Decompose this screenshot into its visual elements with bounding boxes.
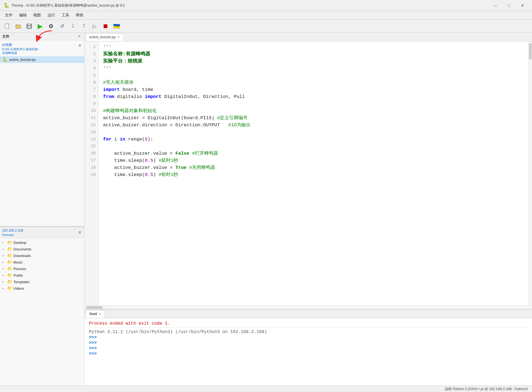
computer-path: 此电脑 D:\02-示例程序\1.基础实验\有源蜂鸣器 <box>2 43 38 55</box>
menu-tools[interactable]: 工具 <box>59 12 72 19</box>
expand-icon-downloads: + <box>2 254 6 257</box>
folder-name-desktop: Desktop <box>13 241 26 245</box>
editor-horizontal-scrollbar[interactable] <box>85 305 532 309</box>
line-numbers: 1 2 3 4 5 6 7 8 9 10 11 12 13 14 15 16 1 <box>85 41 99 305</box>
folder-item-videos[interactable]: + 📁 Videos <box>0 285 84 292</box>
expand-icon-documents: + <box>2 247 6 251</box>
remote-panel-header: 192.168.2.108 /home/pi ≡ <box>0 227 84 238</box>
folder-item-music[interactable]: + 📁 Music <box>0 259 84 265</box>
shell-prompt-2: >>> <box>89 340 528 345</box>
expand-icon-pictures: + <box>2 267 6 270</box>
flag-button[interactable]: 🇺🇦 <box>111 21 122 31</box>
folder-name-public: Public <box>13 273 23 277</box>
folder-icon-public: 📁 <box>7 273 12 278</box>
file-panel-content: 此电脑 D:\02-示例程序\1.基础实验\有源蜂鸣器 ≡ 🐍 active_b… <box>0 40 84 226</box>
file-panel-more[interactable]: ≡ <box>77 43 82 49</box>
shell-tab-bar: Shell ✕ <box>85 310 532 318</box>
editor-hscrollbar-thumb[interactable] <box>86 306 103 309</box>
file-item-active-buzzer[interactable]: 🐍 active_buzzer.py <box>0 56 84 63</box>
run-button[interactable]: ▶ <box>35 21 45 31</box>
step-over-button[interactable]: ↺ <box>57 21 67 31</box>
folder-item-public[interactable]: + 📁 Public <box>0 272 84 279</box>
code-line-8: from digitalio import DigitalInOut, Dire… <box>103 93 528 100</box>
maximize-button[interactable]: □ <box>503 1 515 10</box>
step-into-button[interactable]: ⤵ <box>68 21 78 31</box>
tab-label: active_buzzer.py <box>89 35 116 39</box>
menu-file[interactable]: 文件 <box>2 12 15 19</box>
folder-name-downloads: Downloads <box>13 254 31 258</box>
file-panel-header: 文件 ✕ <box>0 33 84 40</box>
folder-name-templates: Templates <box>13 280 29 284</box>
expand-icon-templates: + <box>2 280 6 283</box>
code-line-7: import board, time <box>103 86 528 93</box>
menu-view[interactable]: 视图 <box>31 12 44 19</box>
title-bar-left: 🐍 Thonny - D:\02-示例程序\1.基础实验\有源蜂鸣器\activ… <box>3 2 125 8</box>
file-panel-close[interactable]: ✕ <box>76 34 82 39</box>
remote-path: /home/pi <box>2 233 14 237</box>
expand-icon-public: + <box>2 274 6 277</box>
editor-vertical-scrollbar[interactable] <box>528 41 532 305</box>
code-line-10: #构建蜂鸣器对象和初始化 <box>103 107 528 115</box>
folder-item-desktop[interactable]: + 📁 Desktop <box>0 239 84 246</box>
save-button[interactable] <box>24 21 34 31</box>
folder-icon-pictures: 📁 <box>7 266 12 271</box>
resume-button[interactable]: ▷ <box>89 21 100 31</box>
title-bar-text: Thonny - D:\02-示例程序\1.基础实验\有源蜂鸣器\active_… <box>11 3 125 8</box>
toolbar: ▶ ⚙ ↺ ⤵ ⤴ ▷ ⏹ 🇺🇦 <box>0 20 532 33</box>
remote-panel-content: + 📁 Desktop + 📁 Documents + 📁 Downloads … <box>0 238 84 385</box>
shell-content[interactable]: Process ended with exit code 1. Python 3… <box>85 318 532 385</box>
code-editor[interactable]: 1 2 3 4 5 6 7 8 9 10 11 12 13 14 15 16 1 <box>85 41 532 309</box>
shell-prompt-4: >>> <box>89 351 528 356</box>
shell-separator <box>89 328 528 328</box>
code-line-13 <box>103 129 528 136</box>
app-logo: 🐍 <box>3 2 9 8</box>
code-line-17: time.sleep(0.5) #延时1秒 <box>103 157 528 164</box>
code-line-4: ''' <box>103 65 528 72</box>
folder-name-music: Music <box>13 260 23 264</box>
shell-tab-close[interactable]: ✕ <box>99 312 101 316</box>
code-line-6: #导入相关模块 <box>103 79 528 86</box>
code-line-16: active_buzzer.value = False #打开蜂鸣器 <box>103 150 528 157</box>
minimize-button[interactable]: — <box>489 1 501 10</box>
menu-edit[interactable]: 编辑 <box>16 12 29 19</box>
file-path: D:\02-示例程序\1.基础实验\有源蜂鸣器 <box>2 47 38 55</box>
shell-prompt-3: >>> <box>89 346 528 351</box>
shell-error-line: Process ended with exit code 1. <box>89 321 528 326</box>
menu-help[interactable]: 帮助 <box>73 12 86 19</box>
remote-ip[interactable]: 192.168.2.108 <box>2 229 23 232</box>
tab-close-icon[interactable]: ✕ <box>117 35 120 39</box>
folder-item-templates[interactable]: + 📁 Templates <box>0 279 84 285</box>
remote-panel-more[interactable]: ≡ <box>77 229 82 235</box>
editor-area: active_buzzer.py ✕ 1 2 3 4 5 6 7 8 9 10 … <box>85 33 532 385</box>
shell-panel: Shell ✕ Process ended with exit code 1. … <box>85 309 532 385</box>
folder-item-downloads[interactable]: + 📁 Downloads <box>0 252 84 259</box>
folder-name-videos: Videos <box>13 286 24 291</box>
code-content[interactable]: ''' 实验名称:有源蜂鸣器 实验平台：核桃派 ''' #导入相关模块 impo… <box>99 41 528 305</box>
code-line-9 <box>103 100 528 107</box>
folder-item-pictures[interactable]: + 📁 Pictures <box>0 265 84 272</box>
menu-bar: 文件 编辑 视图 运行 工具 帮助 <box>0 11 532 20</box>
code-line-5 <box>103 72 528 79</box>
code-line-18: active_buzzer.value = True #关闭蜂鸣器 <box>103 164 528 171</box>
step-out-button[interactable]: ⤴ <box>79 21 89 31</box>
shell-prompt-1: >>> <box>89 335 528 340</box>
debug-button[interactable]: ⚙ <box>46 21 56 31</box>
computer-label[interactable]: 此电脑 <box>2 43 38 47</box>
file-panel-title: 文件 <box>2 34 9 39</box>
open-button[interactable] <box>13 21 23 31</box>
folder-item-documents[interactable]: + 📁 Documents <box>0 246 84 252</box>
code-line-2: 实验名称:有源蜂鸣器 <box>103 51 528 58</box>
code-line-15 <box>103 143 528 150</box>
close-button[interactable]: ✕ <box>516 1 529 10</box>
shell-tab[interactable]: Shell ✕ <box>86 310 105 318</box>
menu-run[interactable]: 运行 <box>45 12 58 19</box>
expand-icon-music: + <box>2 261 6 264</box>
file-panel: 文件 ✕ 此电脑 D:\02-示例程序\1.基础实验\有源蜂鸣器 ≡ 🐍 act… <box>0 33 84 227</box>
svg-rect-4 <box>28 24 31 25</box>
editor-tab-bar: active_buzzer.py ✕ <box>85 33 532 41</box>
editor-tab-active-buzzer[interactable]: active_buzzer.py ✕ <box>86 33 123 41</box>
editor-scrollbar-thumb[interactable] <box>529 43 532 59</box>
code-line-12: active_buzzer.direction = Direction.OUTP… <box>103 122 528 129</box>
new-button[interactable] <box>2 21 13 31</box>
stop-button[interactable]: ⏹ <box>100 21 111 31</box>
